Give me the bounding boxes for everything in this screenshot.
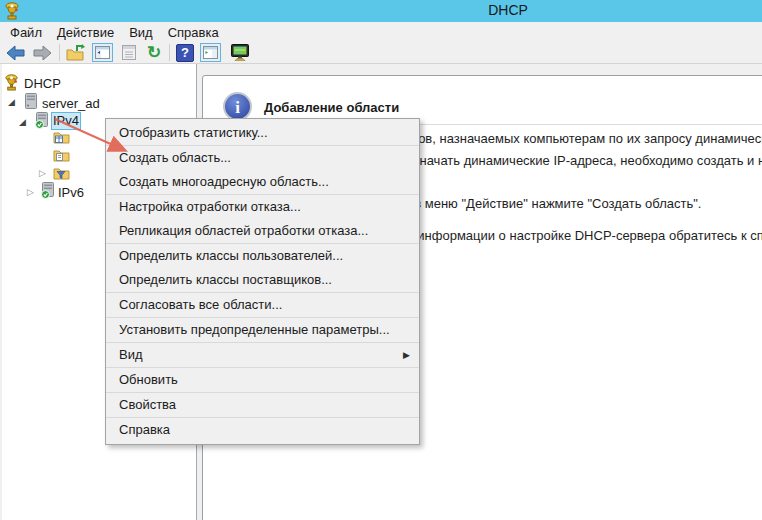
menu-item-properties[interactable]: Свойства — [106, 393, 419, 417]
menu-item-view[interactable]: Вид ▶ — [106, 343, 419, 367]
menubar-file[interactable]: Файл — [10, 25, 42, 40]
menu-item-help[interactable]: Справка — [106, 418, 419, 442]
menu-item-new-multicast-scope[interactable]: Создать многоадресную область... — [106, 170, 419, 194]
help-icon: ? — [176, 44, 194, 62]
menu-item-define-vendor-classes[interactable]: Определить классы поставщиков... — [106, 268, 419, 292]
title-bar[interactable]: DHCP — [0, 0, 762, 22]
server-icon — [25, 93, 37, 109]
menu-bar: Файл Действие Вид Справка — [0, 22, 762, 42]
folder-policies-icon — [53, 147, 70, 163]
back-button[interactable] — [4, 42, 28, 63]
pane-heading: Добавление области — [264, 100, 399, 115]
console-tree-toggle-icon — [92, 43, 113, 62]
action-pane-toggle-icon — [200, 43, 221, 62]
folder-options-icon — [53, 129, 70, 145]
submenu-arrow-icon: ▶ — [403, 343, 410, 367]
toolbar: ↻ ? — [0, 42, 762, 64]
expander-ipv4-icon[interactable]: ◢ — [19, 117, 26, 127]
forward-button[interactable] — [30, 42, 54, 63]
ipv4-context-menu: Отобразить статистику... Создать область… — [105, 118, 420, 445]
folder-up-button[interactable] — [64, 42, 88, 63]
help-button[interactable]: ? — [173, 42, 197, 63]
toolbar-separator — [169, 44, 170, 61]
menu-item-view-label: Вид — [119, 347, 143, 362]
menubar-action[interactable]: Действие — [57, 25, 114, 40]
ipv4-server-icon — [35, 112, 48, 129]
export-list-icon — [121, 44, 137, 61]
back-icon — [6, 45, 26, 61]
export-list-button[interactable] — [117, 42, 141, 63]
refresh-button[interactable]: ↻ — [142, 42, 166, 63]
console-tree-toggle-button[interactable] — [90, 42, 114, 63]
expander-server-icon[interactable]: ◢ — [8, 97, 15, 107]
add-server-button[interactable] — [228, 42, 252, 63]
tree-node-ipv4[interactable]: IPv4 — [51, 112, 81, 130]
info-icon: i — [223, 92, 252, 121]
tree-node-server[interactable]: server_ad — [42, 96, 100, 111]
dhcp-root-icon — [4, 74, 20, 91]
menu-item-replicate-failover-scopes[interactable]: Репликация областей отработки отказа... — [106, 219, 419, 243]
menu-item-set-predefined-options[interactable]: Установить предопределенные параметры... — [106, 318, 419, 342]
menu-item-define-user-classes[interactable]: Определить классы пользователей... — [106, 244, 419, 268]
menu-item-refresh[interactable]: Обновить — [106, 368, 419, 392]
forward-icon — [32, 45, 52, 61]
menu-item-reconcile-all-scopes[interactable]: Согласовать все области... — [106, 293, 419, 317]
menubar-view[interactable]: Вид — [129, 25, 153, 40]
folder-up-icon — [66, 44, 86, 62]
expander-filters-icon[interactable]: ▷ — [39, 168, 46, 178]
dhcp-console-window: DHCP Файл Действие Вид Справка — [0, 0, 762, 520]
ipv6-server-icon — [41, 182, 54, 199]
menu-item-configure-failover[interactable]: Настройка отработки отказа... — [106, 195, 419, 219]
folder-filters-icon — [53, 165, 70, 181]
toolbar-separator — [59, 44, 60, 61]
menu-item-display-statistics[interactable]: Отобразить статистику... — [106, 121, 419, 145]
window-title: DHCP — [488, 2, 528, 18]
dhcp-app-icon — [4, 2, 21, 20]
add-server-icon — [229, 43, 251, 62]
tree-node-dhcp[interactable]: DHCP — [24, 76, 61, 91]
action-pane-toggle-button[interactable] — [198, 42, 222, 63]
menu-item-new-scope[interactable]: Создать область... — [106, 146, 419, 170]
expander-ipv6-icon[interactable]: ▷ — [27, 187, 34, 197]
menubar-help[interactable]: Справка — [168, 25, 219, 40]
tree-node-ipv6[interactable]: IPv6 — [58, 185, 84, 200]
refresh-icon: ↻ — [147, 44, 161, 62]
